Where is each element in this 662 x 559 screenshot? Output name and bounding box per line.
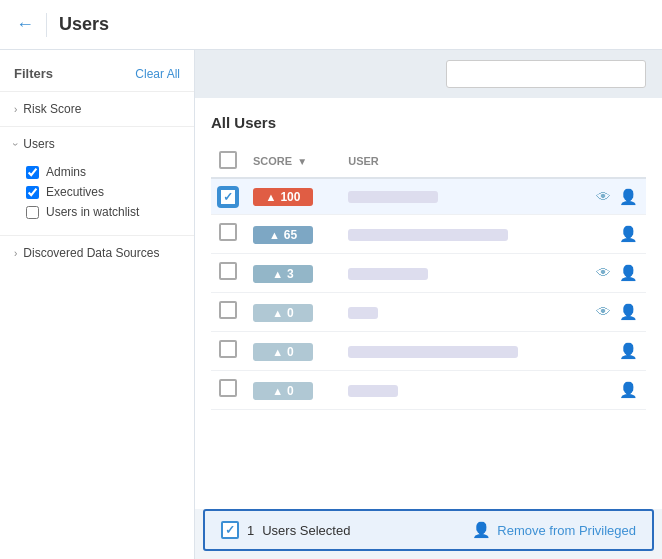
admins-checkbox[interactable] <box>26 166 39 179</box>
user-icon[interactable]: 👤 <box>619 342 638 360</box>
row-3-user <box>340 254 573 293</box>
table-header: SCORE ▼ USER <box>211 145 646 178</box>
user-name-blurred <box>348 268 428 280</box>
executives-checkbox[interactable] <box>26 186 39 199</box>
row-5-score: ▲ 0 <box>245 332 340 371</box>
search-input[interactable] <box>446 60 646 88</box>
score-up-icon: ▲ <box>266 191 277 203</box>
user-name-blurred <box>348 307 378 319</box>
sort-icon: ▼ <box>297 156 307 167</box>
row-3-checkbox-cell[interactable] <box>211 254 245 293</box>
row-5-action-group: 👤 <box>581 342 638 360</box>
row-5-checkbox[interactable] <box>219 340 237 358</box>
row-4-action-group: 👁 👤 <box>581 303 638 321</box>
row-6-user <box>340 371 573 410</box>
row-4-score: ▲ 0 <box>245 293 340 332</box>
executives-label: Executives <box>46 185 104 199</box>
remove-user-icon: 👤 <box>472 521 491 539</box>
row-1-checkbox[interactable] <box>219 188 237 206</box>
row-6-checkbox-cell[interactable] <box>211 371 245 410</box>
user-name-blurred <box>348 191 438 203</box>
user-icon[interactable]: 👤 <box>619 225 638 243</box>
score-badge-low: ▲ 3 <box>253 265 313 283</box>
eye-icon[interactable]: 👁 <box>596 303 611 321</box>
table-row: ▲ 0 👁 👤 <box>211 293 646 332</box>
score-badge-zero-5: ▲ 0 <box>253 343 313 361</box>
row-4-checkbox-cell[interactable] <box>211 293 245 332</box>
score-badge-zero-4: ▲ 0 <box>253 304 313 322</box>
chevron-right-icon: › <box>14 104 17 115</box>
risk-score-label: Risk Score <box>23 102 81 116</box>
main-content: All Users SCORE ▼ USER <box>195 50 662 559</box>
users-filter-list: Admins Executives Users in watchlist <box>0 161 194 235</box>
row-3-checkbox[interactable] <box>219 262 237 280</box>
col-user: USER <box>340 145 573 178</box>
table-body: ▲ 100 👁 👤 <box>211 178 646 410</box>
footer-selected-info: 1 Users Selected <box>221 521 350 539</box>
row-1-checkbox-cell[interactable] <box>211 178 245 215</box>
row-5-checkbox-cell[interactable] <box>211 332 245 371</box>
user-icon[interactable]: 👤 <box>619 188 638 206</box>
filter-admins[interactable]: Admins <box>26 165 180 179</box>
score-up-icon-2: ▲ <box>269 229 280 241</box>
filters-header: Filters Clear All <box>0 62 194 91</box>
data-sources-label: Discovered Data Sources <box>23 246 159 260</box>
row-6-checkbox[interactable] <box>219 379 237 397</box>
risk-score-section: › Risk Score <box>0 91 194 126</box>
chevron-down-icon: › <box>10 142 21 145</box>
page-title: Users <box>59 14 109 35</box>
users-table: SCORE ▼ USER <box>211 145 646 410</box>
data-sources-header[interactable]: › Discovered Data Sources <box>0 236 194 270</box>
user-name-blurred <box>348 229 508 241</box>
row-2-score: ▲ 65 <box>245 215 340 254</box>
main-layout: Filters Clear All › Risk Score › Users A… <box>0 50 662 559</box>
search-bar <box>195 50 662 98</box>
eye-icon[interactable]: 👁 <box>596 188 611 206</box>
eye-icon[interactable]: 👁 <box>596 264 611 282</box>
users-table-container: All Users SCORE ▼ USER <box>195 98 662 509</box>
clear-all-button[interactable]: Clear All <box>135 67 180 81</box>
header-divider <box>46 13 47 37</box>
data-sources-section: › Discovered Data Sources <box>0 235 194 270</box>
row-1-user <box>340 178 573 215</box>
col-checkbox <box>211 145 245 178</box>
back-button[interactable]: ← <box>16 14 34 35</box>
col-score[interactable]: SCORE ▼ <box>245 145 340 178</box>
all-users-title: All Users <box>211 114 646 131</box>
row-5-user <box>340 332 573 371</box>
row-3-score: ▲ 3 <box>245 254 340 293</box>
filter-watchlist[interactable]: Users in watchlist <box>26 205 180 219</box>
row-1-score: ▲ 100 <box>245 178 340 215</box>
user-icon[interactable]: 👤 <box>619 264 638 282</box>
filter-executives[interactable]: Executives <box>26 185 180 199</box>
admins-label: Admins <box>46 165 86 179</box>
user-icon[interactable]: 👤 <box>619 381 638 399</box>
footer-checkbox[interactable] <box>221 521 239 539</box>
row-2-user <box>340 215 573 254</box>
row-6-actions: 👤 <box>573 371 646 410</box>
score-up-icon-3: ▲ <box>272 268 283 280</box>
select-all-checkbox[interactable] <box>219 151 237 169</box>
row-2-checkbox[interactable] <box>219 223 237 241</box>
footer-action-label: Remove from Privileged <box>497 523 636 538</box>
row-4-actions: 👁 👤 <box>573 293 646 332</box>
row-2-actions: 👤 <box>573 215 646 254</box>
row-2-checkbox-cell[interactable] <box>211 215 245 254</box>
risk-score-header[interactable]: › Risk Score <box>0 92 194 126</box>
score-badge-zero-6: ▲ 0 <box>253 382 313 400</box>
header: ← Users <box>0 0 662 50</box>
user-name-blurred <box>348 346 518 358</box>
footer-count: 1 <box>247 523 254 538</box>
row-1-action-group: 👁 👤 <box>581 188 638 206</box>
col-actions <box>573 145 646 178</box>
user-icon[interactable]: 👤 <box>619 303 638 321</box>
row-3-action-group: 👁 👤 <box>581 264 638 282</box>
users-header[interactable]: › Users <box>0 127 194 161</box>
watchlist-checkbox[interactable] <box>26 206 39 219</box>
users-section-label: Users <box>23 137 54 151</box>
row-4-checkbox[interactable] <box>219 301 237 319</box>
remove-from-privileged-button[interactable]: 👤 Remove from Privileged <box>472 521 636 539</box>
chevron-right-icon-2: › <box>14 248 17 259</box>
score-badge-med: ▲ 65 <box>253 226 313 244</box>
users-section: › Users Admins Executives Users in watch… <box>0 126 194 235</box>
